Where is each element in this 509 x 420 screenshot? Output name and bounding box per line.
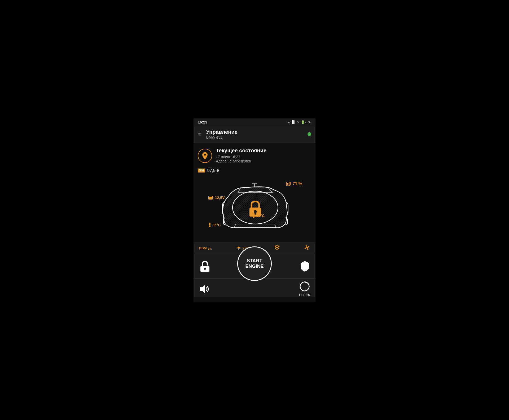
check-icon (299, 281, 310, 292)
sim-badge: SIM (198, 169, 205, 173)
check-label: CHECK (299, 293, 310, 297)
sim-amount: 97,9 ₽ (207, 168, 220, 173)
sound-button[interactable] (199, 284, 209, 294)
status-bar: 16:23 ⎈ ▐▌ ∿ 🔋70% (194, 118, 315, 126)
start-label-2: ENGINE (245, 264, 264, 269)
state-info: Текущее состояние 17 июля 16:22 Адрес не… (216, 148, 266, 163)
unlock-icon (199, 260, 211, 272)
connection-status-dot (308, 132, 311, 136)
fan-svg (304, 244, 310, 251)
vibration-icon (274, 244, 280, 252)
svg-point-26 (276, 247, 278, 248)
svg-point-29 (204, 268, 206, 270)
controls-top-row: START ENGINE (194, 254, 315, 278)
gsm-signal-bars (208, 246, 212, 250)
car-diagram (207, 182, 302, 235)
header-title-group: Управление BMW e53 (206, 129, 308, 139)
shield-button[interactable] (300, 260, 310, 272)
state-address: Адрес не определен (216, 159, 266, 163)
check-button[interactable]: CHECK (299, 281, 310, 297)
signal-bar-1 (208, 249, 209, 250)
unlock-button[interactable] (199, 260, 211, 272)
gsm-label: GSM (199, 246, 207, 250)
header-subtitle: BMW e53 (206, 135, 308, 139)
svg-rect-17 (254, 212, 256, 215)
controls-bottom-row: CHECK (194, 278, 315, 302)
signal-icon: ▐▌ (291, 120, 296, 124)
bluetooth-icon: ⎈ (288, 120, 290, 124)
weather-icon (235, 246, 241, 250)
state-date: 17 июля 16:22 (216, 155, 266, 159)
status-icons: ⎈ ▐▌ ∿ 🔋70% (288, 120, 311, 124)
svg-marker-30 (200, 285, 205, 293)
bottom-bar: GSM 22°C (194, 242, 315, 297)
battery-icon: 🔋70% (301, 120, 311, 124)
vibration-svg (274, 244, 280, 251)
controls-container: START ENGINE (194, 254, 315, 297)
volume-icon (199, 284, 209, 294)
wifi-icon: ∿ (297, 120, 300, 124)
current-state-section: Текущее состояние 17 июля 16:22 Адрес не… (194, 143, 315, 166)
car-diagram-area: 71 % + 12,5V 30°C (194, 178, 315, 242)
signal-bar-2 (210, 248, 210, 250)
location-icon-wrap (198, 149, 212, 163)
gsm-status: GSM (199, 246, 212, 250)
start-label-1: START (247, 258, 262, 264)
location-icon (201, 152, 209, 160)
start-engine-button[interactable]: START ENGINE (237, 246, 272, 281)
car-top-view-svg (207, 182, 302, 235)
header-title: Управление (206, 129, 308, 135)
shield-icon (300, 260, 310, 272)
app-header: ≡ Управление BMW e53 (194, 126, 315, 143)
main-content: Текущее состояние 17 июля 16:22 Адрес не… (194, 143, 315, 302)
svg-point-27 (306, 247, 308, 248)
status-time: 16:23 (198, 120, 207, 124)
fan-icon (304, 244, 310, 252)
sim-balance: SIM 97,9 ₽ (194, 166, 315, 178)
menu-button[interactable]: ≡ (198, 131, 201, 137)
state-title: Текущее состояние (216, 148, 266, 154)
phone-container: 16:23 ⎈ ▐▌ ∿ 🔋70% ≡ Управление BMW e53 Т… (194, 118, 315, 302)
signal-bar-3 (211, 249, 212, 250)
